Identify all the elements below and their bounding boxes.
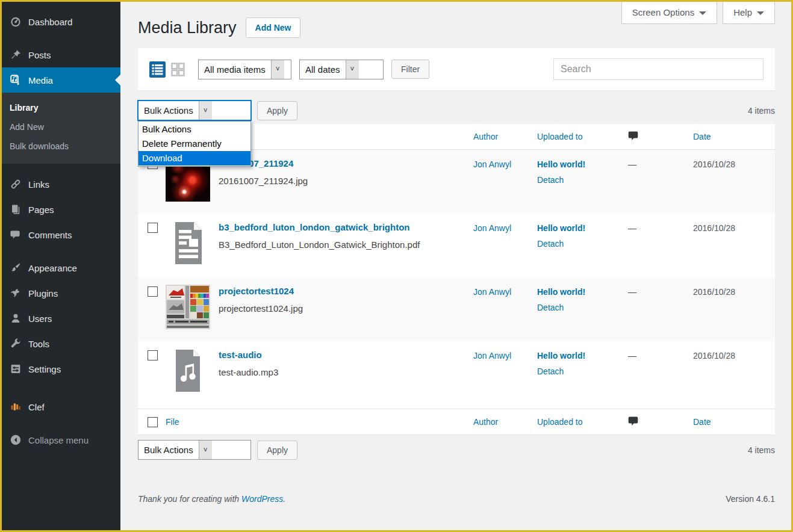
no-comments-dash: — [628, 159, 636, 169]
comment-bubble-icon [10, 229, 22, 241]
chevron-down-icon: ˅ [199, 441, 212, 459]
column-header-file[interactable]: File [166, 417, 179, 427]
column-header-author[interactable]: Author [473, 132, 498, 141]
author-link[interactable]: Jon Anwyl [473, 287, 511, 297]
upload-date: 2016/10/28 [693, 287, 735, 297]
media-submenu: Library Add New Bulk downloads [2, 93, 120, 164]
row-checkbox[interactable] [148, 223, 158, 233]
table-footer-row: File Author Uploaded to Date [138, 409, 775, 435]
search-input[interactable] [553, 58, 763, 80]
bulk-actions-select[interactable]: Bulk Actions ˅ [138, 101, 251, 120]
uploaded-to-link[interactable]: Hello world! [537, 287, 585, 297]
media-filename: projectortest1024.jpg [219, 303, 303, 314]
sidebar-item-label: Plugins [28, 288, 58, 298]
media-type-filter-value: All media items [199, 60, 271, 79]
wrench-icon [10, 338, 22, 350]
screen-meta-tabs: Screen Options Help [621, 2, 775, 24]
comment-bubble-icon[interactable] [628, 131, 638, 141]
screen-options-button[interactable]: Screen Options [621, 2, 717, 24]
apply-button[interactable]: Apply [257, 101, 297, 120]
media-title-link[interactable]: test-audio [219, 350, 278, 360]
admin-sidebar: Dashboard Posts Media Library Add New Bu… [2, 2, 120, 530]
column-header-date[interactable]: Date [693, 417, 711, 427]
view-switch [149, 61, 186, 78]
version-text: Version 4.6.1 [726, 494, 775, 504]
collapse-menu-button[interactable]: Collapse menu [2, 427, 120, 453]
sidebar-item-plugins[interactable]: Plugins [2, 280, 120, 306]
collapse-menu-label: Collapse menu [28, 435, 89, 445]
author-link[interactable]: Jon Anwyl [473, 223, 511, 233]
sidebar-item-posts[interactable]: Posts [2, 42, 120, 67]
detach-link[interactable]: Detach [537, 175, 564, 185]
main-content: Screen Options Help Media Library Add Ne… [120, 2, 791, 530]
uploaded-to-link[interactable]: Hello world! [537, 223, 585, 233]
bulk-actions-top: Bulk Actions ˅ Apply 4 items Bulk Action… [138, 101, 775, 120]
pushpin-icon [10, 49, 22, 61]
help-button[interactable]: Help [723, 2, 775, 24]
sidebar-item-users[interactable]: Users [2, 306, 120, 331]
dropdown-option-download[interactable]: Download [138, 151, 250, 165]
table-row: test-audio test-audio.mp3 Jon Anwyl Hell… [138, 341, 775, 409]
admin-footer: Thank you for creating with WordPress. V… [138, 494, 775, 504]
screen-options-label: Screen Options [632, 7, 694, 17]
media-title-link[interactable]: projectortest1024 [219, 286, 303, 296]
dropdown-option-bulk-actions[interactable]: Bulk Actions [138, 122, 250, 137]
grid-view-icon[interactable] [170, 61, 186, 78]
list-view-icon[interactable] [149, 61, 166, 78]
sidebar-item-label: Settings [28, 364, 61, 374]
media-title-link[interactable]: b3_bedford_luton_london_gatwick_brighton [219, 222, 420, 232]
uploaded-to-link[interactable]: Hello world! [537, 351, 585, 360]
author-link[interactable]: Jon Anwyl [473, 351, 511, 360]
dashboard-icon [10, 16, 22, 28]
submenu-item-bulk-downloads[interactable]: Bulk downloads [2, 137, 120, 156]
column-header-date[interactable]: Date [693, 132, 711, 141]
wordpress-link[interactable]: WordPress [241, 494, 283, 504]
dropdown-option-delete-permanently[interactable]: Delete Permanently [138, 137, 250, 151]
column-header-uploaded-to[interactable]: Uploaded to [537, 417, 583, 427]
row-checkbox[interactable] [148, 350, 158, 360]
upload-date: 2016/10/28 [693, 159, 735, 169]
clef-bars-icon [10, 401, 22, 413]
detach-link[interactable]: Detach [537, 239, 564, 249]
select-all-checkbox[interactable] [148, 417, 158, 427]
sidebar-item-pages[interactable]: Pages [2, 197, 120, 222]
bulk-actions-select[interactable]: Bulk Actions ˅ [138, 440, 251, 460]
comment-bubble-icon[interactable] [628, 416, 638, 426]
sidebar-item-settings[interactable]: Settings [2, 356, 120, 382]
sidebar-item-links[interactable]: Links [2, 172, 120, 197]
sidebar-item-label: Posts [28, 50, 51, 60]
submenu-item-library[interactable]: Library [2, 98, 120, 117]
bulk-actions-bottom: Bulk Actions ˅ Apply 4 items [138, 440, 775, 460]
media-filename: 20161007_211924.jpg [219, 176, 308, 186]
author-link[interactable]: Jon Anwyl [473, 159, 511, 169]
items-count: 4 items [748, 445, 775, 455]
test-pattern-photo-thumbnail[interactable] [166, 285, 210, 329]
apply-button[interactable]: Apply [257, 441, 297, 460]
uploaded-to-link[interactable]: Hello world! [537, 159, 585, 169]
document-icon[interactable] [166, 221, 210, 265]
row-checkbox[interactable] [148, 286, 158, 297]
sidebar-item-media[interactable]: Media [2, 67, 120, 93]
chain-link-icon [10, 178, 22, 190]
footer-thanks-suffix: . [283, 494, 285, 504]
sidebar-item-clef[interactable]: Clef [2, 394, 120, 419]
sidebar-item-appearance[interactable]: Appearance [2, 255, 120, 280]
column-header-uploaded-to[interactable]: Uploaded to [537, 132, 583, 141]
sidebar-item-comments[interactable]: Comments [2, 222, 120, 247]
sidebar-item-label: Links [28, 179, 49, 190]
footer-thanks-text: Thank you for creating with WordPress. [138, 494, 285, 504]
add-new-button[interactable]: Add New [246, 17, 301, 38]
media-type-filter-select[interactable]: All media items ˅ [198, 60, 291, 79]
date-filter-select[interactable]: All dates ˅ [299, 60, 384, 79]
date-filter-value: All dates [300, 60, 346, 79]
submenu-item-add-new[interactable]: Add New [2, 117, 120, 137]
detach-link[interactable]: Detach [537, 367, 564, 376]
audio-file-icon[interactable] [166, 348, 210, 393]
column-header-author[interactable]: Author [473, 417, 498, 427]
bulk-actions-value: Bulk Actions [138, 101, 199, 120]
sidebar-item-tools[interactable]: Tools [2, 331, 120, 356]
chevron-down-icon: ˅ [199, 101, 212, 120]
sidebar-item-dashboard[interactable]: Dashboard [2, 9, 120, 34]
filter-button[interactable]: Filter [391, 60, 429, 79]
detach-link[interactable]: Detach [537, 303, 564, 312]
